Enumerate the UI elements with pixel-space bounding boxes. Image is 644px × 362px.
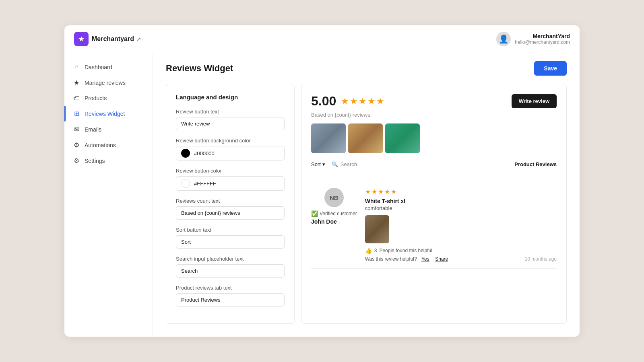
label-search-placeholder-text: Search input placeholder text	[176, 256, 285, 262]
search-icon: 🔍	[332, 161, 338, 167]
form-group-product-reviews-tab-text: Product reviews tab text	[176, 285, 285, 306]
write-review-button[interactable]: Write review	[512, 94, 557, 108]
sidebar-item-dashboard[interactable]: ⌂ Dashboard	[64, 60, 153, 75]
search-area[interactable]: 🔍 Search	[332, 161, 357, 167]
verified-icon: ✅	[311, 210, 318, 217]
input-review-button-text[interactable]	[176, 117, 285, 130]
sidebar: ⌂ Dashboard ★ Manage reviews 🏷 Products …	[64, 53, 153, 337]
helpful-row: 👍 3 People found this helpful.	[365, 247, 557, 254]
body-layout: ⌂ Dashboard ★ Manage reviews 🏷 Products …	[64, 53, 580, 337]
avatar: 👤	[496, 32, 511, 46]
email-icon: ✉	[72, 125, 80, 133]
star-3: ★	[359, 96, 367, 107]
review-text: comfortable	[365, 205, 557, 211]
app-header: ★ Merchantyard ↗ 👤 MerchantYard hello@me…	[64, 25, 580, 53]
review-star-3: ★	[378, 188, 384, 195]
label-product-reviews-tab-text: Product reviews tab text	[176, 285, 285, 291]
star-1: ★	[341, 96, 349, 107]
rating-header: 5.00 ★ ★ ★ ★ ★ Write review	[311, 94, 557, 109]
color-text-fg[interactable]	[194, 181, 279, 187]
rating-number: 5.00	[311, 94, 336, 109]
input-sort-button-text[interactable]	[176, 235, 285, 249]
form-group-review-button-text: Review button text	[176, 109, 285, 130]
helpful-actions-row: Was this review helpful? Yes Share 10 mo…	[365, 256, 557, 262]
label-sort-button-text: Sort button text	[176, 227, 285, 233]
review-star-4: ★	[384, 188, 390, 195]
reviewer-name: John Doe	[311, 218, 357, 225]
time-ago: 10 months ago	[525, 256, 557, 262]
color-swatch-bg	[181, 149, 190, 158]
helpful-actions: Was this review helpful? Yes Share	[365, 256, 448, 262]
verified-badge: ✅ Verified customer	[311, 210, 357, 217]
page-header: Reviews Widget Save	[153, 53, 580, 84]
app-name-label: Merchantyard ↗	[92, 35, 141, 43]
review-photo[interactable]	[365, 215, 389, 243]
external-link-icon[interactable]: ↗	[136, 36, 141, 42]
form-group-search-placeholder-text: Search input placeholder text	[176, 256, 285, 278]
share-link[interactable]: Share	[435, 256, 448, 262]
sidebar-item-manage-reviews[interactable]: ★ Manage reviews	[64, 75, 153, 90]
header-left: ★ Merchantyard ↗	[74, 32, 141, 46]
star-4: ★	[367, 96, 376, 107]
reviewer-avatar: NB	[324, 188, 344, 207]
label-review-button-color: Review button color	[176, 168, 285, 174]
form-group-sort-button-text: Sort button text	[176, 227, 285, 249]
color-input-fg[interactable]	[176, 176, 285, 191]
photo-thumbnail-1[interactable]	[311, 123, 346, 153]
photo-thumbnail-3[interactable]	[385, 123, 420, 153]
main-content: Reviews Widget Save Language and design …	[153, 53, 580, 337]
review-stars: ★ ★ ★ ★ ★	[365, 188, 557, 195]
star-5: ★	[376, 96, 384, 107]
helpful-left: 👍 3 People found this helpful.	[365, 247, 433, 254]
reviewer-info: ✅ Verified customer John Doe	[311, 210, 357, 225]
sidebar-item-settings[interactable]: ⚙ Settings	[64, 153, 153, 169]
sidebar-item-products[interactable]: 🏷 Products	[64, 90, 153, 106]
photo-thumbnail-2[interactable]	[348, 123, 383, 153]
input-reviews-count-text[interactable]	[176, 206, 285, 220]
page-title: Reviews Widget	[166, 63, 233, 74]
input-search-placeholder-text[interactable]	[176, 264, 285, 278]
yes-link[interactable]: Yes	[421, 256, 429, 262]
save-button[interactable]: Save	[534, 61, 567, 76]
based-on-text: Based on {count} reviews	[311, 112, 557, 118]
star-2: ★	[350, 96, 358, 107]
stars-row: ★ ★ ★ ★ ★	[341, 96, 384, 107]
home-icon: ⌂	[72, 64, 80, 71]
content-columns: Language and design Review button text R…	[153, 84, 580, 337]
preview-panel: 5.00 ★ ★ ★ ★ ★ Write review Based on {co…	[301, 84, 567, 324]
header-right: 👤 MerchantYard hello@merchantyard.com	[496, 32, 570, 46]
sidebar-item-emails[interactable]: ✉ Emails	[64, 121, 153, 137]
app-logo: ★	[74, 32, 89, 46]
review-content: ★ ★ ★ ★ ★ White T-shirt xl comfortable	[365, 188, 557, 262]
sort-button[interactable]: Sort ▾	[311, 161, 325, 167]
user-name: MerchantYard	[515, 33, 570, 39]
left-panel: Language and design Review button text R…	[166, 84, 295, 324]
thumbs-up-icon: 👍	[365, 247, 372, 254]
review-product-name: White T-shirt xl	[365, 198, 557, 204]
input-product-reviews-tab-text[interactable]	[176, 293, 285, 306]
sort-search-left: Sort ▾ 🔍 Search	[311, 161, 357, 167]
color-text-bg[interactable]	[194, 150, 279, 156]
form-group-review-button-color: Review button color	[176, 168, 285, 191]
label-reviews-count-text: Reviews count text	[176, 198, 285, 204]
review-star-5: ★	[391, 188, 396, 195]
review-star-2: ★	[372, 188, 377, 195]
settings-icon: ⚙	[72, 157, 80, 165]
sidebar-item-automations[interactable]: ⚙ Automations	[64, 137, 153, 153]
user-info: MerchantYard hello@merchantyard.com	[515, 33, 570, 45]
form-group-reviews-count-text: Reviews count text	[176, 198, 285, 220]
review-star-1: ★	[365, 188, 371, 195]
photo-thumbnails-row	[311, 123, 557, 153]
automations-icon: ⚙	[72, 141, 80, 149]
chevron-down-icon: ▾	[322, 161, 325, 167]
color-input-bg[interactable]	[176, 146, 285, 160]
label-review-button-text: Review button text	[176, 109, 285, 115]
widget-icon: ⊞	[72, 110, 80, 117]
sort-search-bar: Sort ▾ 🔍 Search Product Reviews	[311, 161, 557, 173]
section-title: Language and design	[176, 94, 285, 101]
label-review-button-bg-color: Review button background color	[176, 138, 285, 144]
color-swatch-fg	[181, 179, 190, 188]
product-reviews-tab[interactable]: Product Reviews	[514, 161, 557, 167]
user-email: hello@merchantyard.com	[515, 39, 570, 45]
sidebar-item-reviews-widget[interactable]: ⊞ Reviews Widget	[64, 106, 153, 121]
